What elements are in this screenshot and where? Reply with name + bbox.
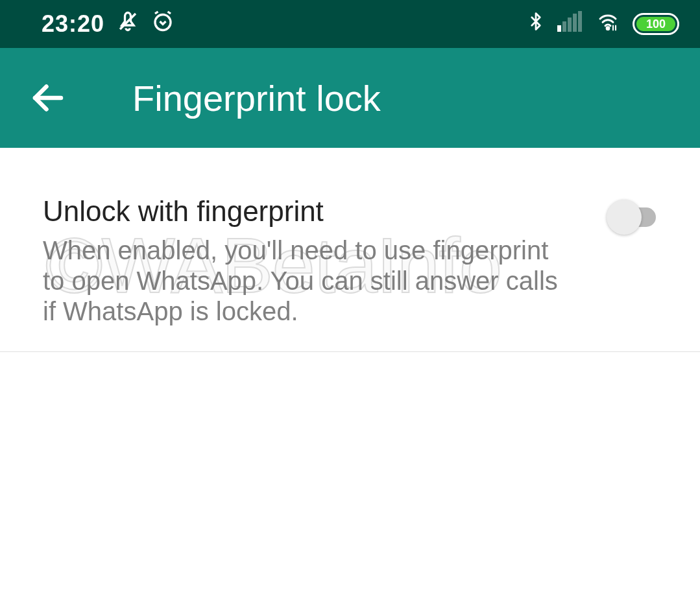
battery-level: 100 [636, 17, 675, 31]
status-left: 23:20 [42, 10, 175, 39]
back-button[interactable] [29, 78, 67, 117]
battery-icon: 100 [633, 13, 679, 35]
divider [0, 351, 700, 352]
status-bar: 23:20 [0, 0, 700, 48]
page-title: Fingerprint lock [132, 77, 381, 119]
mute-icon [116, 10, 139, 39]
setting-unlock-fingerprint[interactable]: Unlock with fingerprint When enabled, yo… [43, 195, 664, 327]
svg-point-1 [155, 14, 171, 30]
status-time: 23:20 [42, 10, 104, 38]
content-area: Unlock with fingerprint When enabled, yo… [0, 148, 700, 327]
wifi-icon [595, 10, 621, 38]
cellular-signal-icon [557, 10, 583, 38]
svg-rect-4 [557, 25, 561, 32]
svg-rect-5 [562, 21, 566, 32]
arrow-left-icon [29, 78, 67, 117]
alarm-icon [151, 10, 175, 39]
setting-description: When enabled, you'll need to use fingerp… [43, 235, 575, 327]
svg-rect-7 [573, 14, 577, 32]
setting-text: Unlock with fingerprint When enabled, yo… [43, 195, 607, 327]
svg-rect-6 [568, 18, 572, 32]
svg-rect-8 [578, 11, 582, 32]
svg-line-3 [168, 12, 171, 14]
toggle-knob [607, 200, 642, 235]
fingerprint-toggle[interactable] [607, 200, 664, 236]
svg-point-9 [607, 27, 609, 30]
bluetooth-icon [526, 10, 546, 39]
status-right: 100 [526, 10, 679, 39]
svg-line-0 [120, 14, 136, 29]
app-bar: Fingerprint lock [0, 48, 700, 148]
setting-title: Unlock with fingerprint [43, 195, 594, 229]
svg-line-2 [155, 12, 158, 14]
